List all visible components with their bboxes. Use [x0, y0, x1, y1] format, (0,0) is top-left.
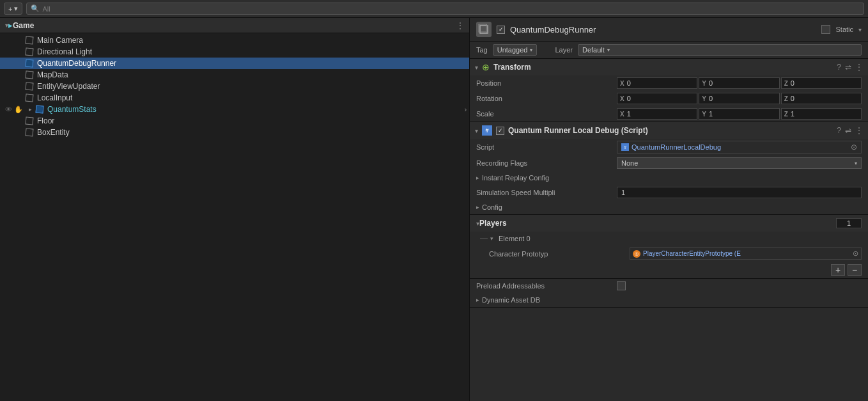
script-ref-field[interactable]: # QuantumRunnerLocalDebug ⊙ [617, 141, 862, 153]
collapse-script-icon: ▾ [475, 127, 478, 134]
script-field-row: Script # QuantumRunnerLocalDebug ⊙ [470, 139, 868, 155]
tag-dropdown[interactable]: Untagged ▾ [493, 44, 538, 56]
hierarchy-header: ▾ ▸ Game ⋮ [0, 18, 469, 33]
tag-layer-row: Tag Untagged ▾ Layer Default ▾ [470, 42, 868, 59]
item-label-mapdata: MapData [37, 70, 68, 79]
right-arrow-quantum-stats: › [465, 106, 467, 113]
list-item[interactable]: MapData [0, 69, 469, 81]
static-toggle-checkbox[interactable] [821, 25, 830, 34]
recording-flags-dropdown[interactable]: None ▾ [617, 157, 862, 169]
script-more-icon[interactable]: ⋮ [855, 126, 863, 135]
add-icon: + [8, 5, 12, 13]
position-y-label: Y [702, 80, 706, 87]
search-bar: 🔍 [26, 3, 864, 15]
instant-replay-label: Instant Replay Config [482, 174, 549, 182]
item-label-quantum-debug: QuantumDebugRunner [37, 59, 116, 68]
help-icon[interactable]: ? [837, 63, 841, 72]
element-0-arrow[interactable]: ▾ [490, 235, 493, 242]
static-label: Static [835, 26, 853, 33]
players-header[interactable]: ▾ Players 1 [470, 214, 868, 232]
tag-value: Untagged [497, 46, 528, 54]
item-label-local-input: LocalInput [37, 93, 72, 102]
rotation-row: Rotation X 0 Y 0 Z 0 [470, 91, 868, 106]
list-item[interactable]: Main Camera [0, 35, 469, 46]
position-z-field[interactable]: Z 0 [781, 77, 862, 89]
item-label-quantum-stats: QuantumStats [47, 105, 97, 114]
add-button[interactable]: + ▾ [4, 3, 22, 15]
more-icon[interactable]: ⋮ [855, 63, 863, 72]
hierarchy-more-icon[interactable]: ⋮ [456, 21, 464, 30]
search-input[interactable] [42, 5, 860, 13]
position-z-value: 0 [791, 79, 794, 87]
expand-arrow-quantum-stats[interactable]: ▸ [26, 106, 35, 113]
add-element-button[interactable]: + [831, 264, 845, 276]
hierarchy-panel: ▾ ▸ Game ⋮ Main Camera Directional Light [0, 18, 470, 401]
sim-speed-label: Simulation Speed Multipli [476, 189, 617, 196]
list-item[interactable]: LocalInput [0, 92, 469, 104]
preload-label: Preload Addressables [476, 282, 617, 290]
eye-icon[interactable]: 👁 [5, 106, 12, 113]
transform-header[interactable]: ▾ ⊕ Transform ? ⇌ ⋮ [470, 59, 868, 75]
rotation-x-label: X [620, 95, 624, 102]
position-label: Position [476, 79, 617, 87]
element-0-header: ▾ Element 0 [470, 232, 868, 246]
char-proto-target-icon[interactable]: ⊙ [853, 249, 858, 258]
layer-dropdown[interactable]: Default ▾ [578, 44, 862, 56]
hand-icon[interactable]: ✋ [14, 106, 23, 114]
recording-flags-row: Recording Flags None ▾ [470, 155, 868, 171]
rotation-y-field[interactable]: Y 0 [699, 93, 779, 104]
script-file-icon: # [621, 143, 629, 151]
list-item[interactable]: EntityViewUpdater [0, 81, 469, 92]
script-component-header[interactable]: ▾ # ✓ Quantum Runner Local Debug (Script… [470, 122, 868, 139]
players-count-value: 1 [847, 219, 851, 227]
config-label: Config [482, 203, 502, 211]
remove-element-button[interactable]: − [848, 264, 862, 276]
rotation-x-field[interactable]: X 0 [617, 93, 697, 104]
scale-x-field[interactable]: X 1 [617, 108, 697, 120]
scale-z-field[interactable]: Z 1 [781, 108, 862, 120]
position-y-value: 0 [709, 79, 713, 87]
scale-y-value: 1 [709, 110, 713, 118]
top-toolbar: + ▾ 🔍 [0, 0, 868, 18]
position-x-field[interactable]: X 0 [617, 77, 697, 89]
transform-title: Transform [493, 63, 833, 72]
config-foldout[interactable]: ▸ Config [470, 200, 868, 214]
dynamic-asset-foldout[interactable]: ▸ Dynamic Asset DB [470, 293, 868, 307]
target-icon[interactable]: ⊙ [851, 143, 857, 152]
element-line [480, 239, 488, 239]
preload-checkbox[interactable] [617, 281, 626, 290]
scale-y-field[interactable]: Y 1 [699, 108, 779, 120]
checkmark-icon: ✓ [499, 26, 504, 33]
list-item[interactable]: Floor [0, 115, 469, 127]
tag-label: Tag [476, 46, 488, 54]
script-settings-icon[interactable]: ⇌ [845, 126, 851, 135]
scale-z-value: 1 [791, 110, 794, 118]
list-item[interactable]: Directional Light [0, 46, 469, 58]
sim-speed-field[interactable]: 1 [617, 187, 862, 198]
inspector-panel: ✓ QuantumDebugRunner Static ▾ Tag Untagg… [470, 18, 868, 401]
position-y-field[interactable]: Y 0 [699, 77, 779, 89]
script-active-checkbox[interactable]: ✓ [496, 127, 504, 135]
list-item[interactable]: BoxEntity [0, 127, 469, 138]
rotation-fields: X 0 Y 0 Z 0 [617, 93, 862, 104]
transform-action-icons: ? ⇌ ⋮ [837, 63, 863, 72]
cube-icon-entity-view [24, 81, 35, 91]
scale-x-label: X [620, 111, 624, 118]
element-0-label: Element 0 [499, 235, 531, 242]
script-help-icon[interactable]: ? [837, 126, 841, 135]
layer-label: Layer [555, 46, 573, 54]
char-proto-field[interactable]: ◎ PlayerCharacterEntityPrototype (E ⊙ [630, 248, 862, 260]
script-ref-value: QuantumRunnerLocalDebug [632, 143, 721, 151]
list-item-quantum-stats[interactable]: 👁 ✋ ▸ QuantumStats › [0, 104, 469, 115]
list-item-quantum-debug-runner[interactable]: QuantumDebugRunner [0, 58, 469, 69]
sim-speed-value: 1 [621, 189, 625, 196]
recording-flags-label: Recording Flags [476, 159, 617, 167]
scale-row: Scale X 1 Y 1 Z 1 [470, 106, 868, 122]
instant-replay-foldout[interactable]: ▸ Instant Replay Config [470, 171, 868, 185]
players-count[interactable]: 1 [836, 218, 862, 228]
active-checkbox[interactable]: ✓ [497, 26, 505, 34]
settings-icon[interactable]: ⇌ [845, 63, 851, 72]
rotation-label: Rotation [476, 95, 617, 102]
static-dropdown-icon[interactable]: ▾ [858, 26, 862, 33]
rotation-z-field[interactable]: Z 0 [781, 93, 862, 104]
